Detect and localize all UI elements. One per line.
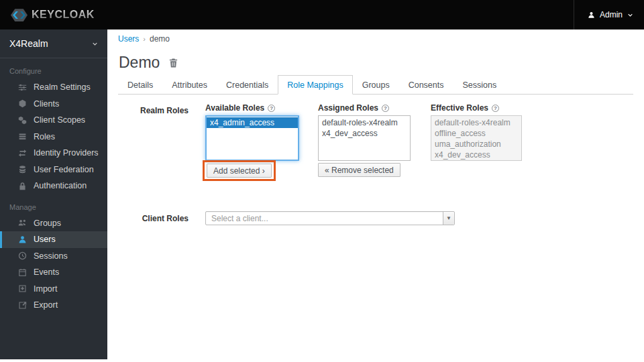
user-menu[interactable]: Admin: [574, 0, 633, 29]
sliders-icon: [18, 82, 28, 92]
sidebar: X4Realm ConfigureRealm SettingsClientsCl…: [0, 29, 107, 359]
sidebar-item-label: Clients: [34, 99, 59, 109]
role-item[interactable]: x4_dev_access: [319, 128, 410, 139]
sidebar-item-label: Identity Providers: [34, 148, 99, 158]
tab-sessions[interactable]: Sessions: [453, 75, 506, 95]
available-roles-listbox[interactable]: x4_admin_access: [205, 115, 299, 161]
realm-name: X4Realm: [9, 38, 48, 49]
sidebar-item-label: Events: [34, 267, 59, 277]
import-icon: [18, 284, 28, 294]
available-roles-header: Available Roles ?: [205, 103, 299, 113]
clock-icon: [18, 251, 28, 261]
available-roles-header-text: Available Roles: [205, 103, 264, 113]
client-select-placeholder: Select a client...: [211, 214, 268, 223]
help-icon[interactable]: ?: [382, 105, 389, 112]
sidebar-item-identity-providers[interactable]: Identity Providers: [0, 145, 107, 162]
sidebar-item-clients[interactable]: Clients: [0, 96, 107, 113]
sidebar-item-realm-settings[interactable]: Realm Settings: [0, 79, 107, 96]
calendar-icon: [18, 267, 28, 277]
page-title-text: Demo: [119, 54, 160, 72]
chevron-down-icon: [627, 12, 633, 18]
user-icon: [18, 235, 28, 244]
assigned-roles-header-text: Assigned Roles: [318, 103, 378, 113]
list-icon: [18, 132, 28, 141]
export-icon: [18, 300, 28, 310]
role-item[interactable]: x4_dev_access: [431, 149, 521, 160]
sidebar-section-label: Configure: [0, 58, 107, 79]
sidebar-nav: ConfigureRealm SettingsClientsClient Sco…: [0, 58, 107, 314]
help-icon[interactable]: ?: [268, 105, 275, 112]
sidebar-item-user-federation[interactable]: User Federation: [0, 162, 107, 178]
top-bar: KEYCLOAK Admin: [0, 0, 644, 29]
user-icon: [588, 11, 595, 19]
sidebar-item-client-scopes[interactable]: Client Scopes: [0, 112, 107, 129]
effective-roles-group: Effective Roles ? default-roles-x4realmo…: [431, 103, 522, 161]
breadcrumb-link-users[interactable]: Users: [118, 34, 139, 44]
user-menu-label: Admin: [600, 10, 623, 19]
role-item[interactable]: default-roles-x4realm: [431, 117, 521, 128]
tab-groups[interactable]: Groups: [353, 75, 399, 95]
sidebar-item-authentication[interactable]: Authentication: [0, 178, 107, 194]
lock-icon: [18, 181, 28, 190]
sidebar-item-label: Client Scopes: [34, 115, 85, 125]
client-select[interactable]: Select a client... ▼: [205, 211, 455, 225]
sidebar-item-groups[interactable]: Groups: [0, 215, 107, 232]
effective-roles-header: Effective Roles ?: [431, 103, 522, 113]
realm-roles-label: Realm Roles: [118, 106, 189, 115]
remove-selected-button[interactable]: « Remove selected: [318, 163, 400, 177]
available-roles-group: Available Roles ? x4_admin_access Add se…: [205, 103, 299, 181]
breadcrumb-current: demo: [150, 34, 170, 44]
breadcrumb-separator: ›: [143, 35, 146, 43]
sidebar-item-label: Export: [34, 300, 58, 310]
add-selected-button[interactable]: Add selected ›: [207, 164, 272, 178]
tab-role-mappings[interactable]: Role Mappings: [278, 75, 352, 95]
assigned-roles-group: Assigned Roles ? default-roles-x4realmx4…: [318, 103, 411, 177]
tab-details[interactable]: Details: [118, 75, 162, 95]
breadcrumb: Users›demo: [118, 34, 170, 44]
sidebar-item-import[interactable]: Import: [0, 281, 107, 298]
sidebar-item-label: Roles: [34, 132, 55, 141]
angle-double-left-icon: «: [325, 166, 329, 175]
sidebar-item-users[interactable]: Users: [0, 231, 107, 248]
sidebar-item-label: User Federation: [34, 165, 94, 174]
sidebar-item-roles[interactable]: Roles: [0, 129, 107, 145]
tab-consents[interactable]: Consents: [399, 75, 453, 95]
angle-right-icon: ›: [262, 166, 265, 176]
main-content: Users›demo Demo DetailsAttributesCredent…: [107, 29, 644, 362]
role-item[interactable]: default-roles-x4realm: [319, 117, 410, 128]
sidebar-item-export[interactable]: Export: [0, 297, 107, 314]
sidebar-item-sessions[interactable]: Sessions: [0, 248, 107, 265]
delete-user-icon[interactable]: [168, 58, 178, 68]
realm-selector[interactable]: X4Realm: [0, 29, 107, 58]
groups-icon: [18, 219, 28, 228]
keycloak-logo: KEYCLOAK: [11, 7, 95, 23]
assigned-roles-listbox[interactable]: default-roles-x4realmx4_dev_access: [318, 115, 411, 161]
sidebar-item-label: Users: [34, 235, 56, 244]
keycloak-logo-icon: [11, 7, 28, 23]
brand-text: KEYCLOAK: [32, 9, 95, 21]
sidebar-item-label: Authentication: [34, 181, 87, 190]
effective-roles-header-text: Effective Roles: [431, 103, 488, 113]
role-item[interactable]: uma_authorization: [431, 139, 521, 149]
sidebar-item-label: Sessions: [34, 251, 68, 261]
chevron-down-icon: [92, 41, 98, 47]
database-icon: [18, 165, 28, 174]
tab-bar: DetailsAttributesCredentialsRole Mapping…: [118, 75, 633, 95]
annotation-highlight: Add selected ›: [203, 160, 276, 181]
page-title: Demo: [119, 54, 178, 72]
add-selected-label: Add selected: [213, 166, 260, 176]
tab-credentials[interactable]: Credentials: [217, 75, 278, 95]
caret-down-icon[interactable]: ▼: [443, 212, 454, 225]
cubes-icon: [18, 115, 28, 125]
role-item[interactable]: offline_access: [431, 128, 521, 139]
effective-roles-listbox: default-roles-x4realmoffline_accessuma_a…: [431, 115, 522, 161]
sidebar-section-label: Manage: [0, 194, 107, 215]
client-roles-label: Client Roles: [118, 214, 189, 223]
tab-attributes[interactable]: Attributes: [162, 75, 217, 95]
assigned-roles-header: Assigned Roles ?: [318, 103, 411, 113]
sidebar-item-label: Realm Settings: [34, 82, 91, 92]
exchange-icon: [18, 148, 28, 158]
help-icon[interactable]: ?: [492, 105, 499, 112]
sidebar-item-events[interactable]: Events: [0, 264, 107, 281]
role-item[interactable]: x4_admin_access: [207, 117, 298, 128]
